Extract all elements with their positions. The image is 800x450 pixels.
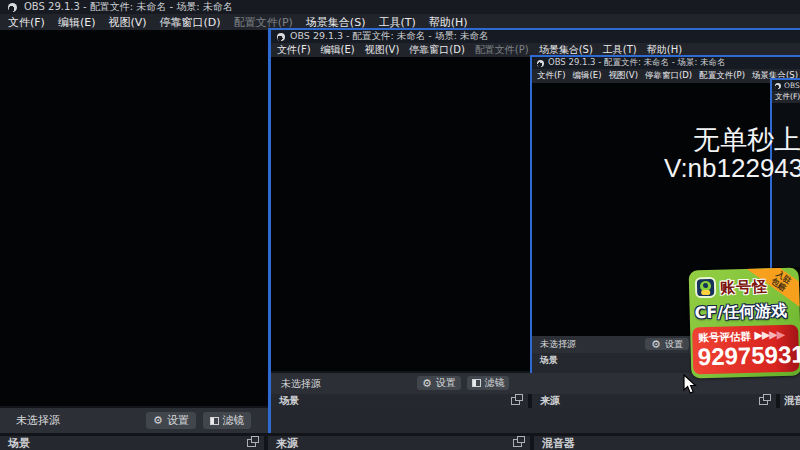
stream-overlay-text-line2: V:nb122943 [664, 153, 800, 184]
source-settings-button: ⚙ 设置 [645, 338, 689, 350]
ad-badge-background: 入驻 包赔 账号怪 CF/任何游戏 账号评估群 ▶▶▶▶ 929759317 [689, 268, 800, 379]
source-settings-button[interactable]: ⚙ 设置 [146, 412, 196, 429]
source-filters-button[interactable]: 滤镜 [203, 412, 251, 429]
nested3-menubar: 文件(F) [772, 91, 800, 103]
dock-gap [528, 394, 532, 408]
gear-icon: ⚙ [422, 378, 432, 389]
source-filters-button: 滤镜 [467, 376, 509, 390]
popout-dock-icon [759, 397, 768, 405]
scenes-dock-header: 场景 [271, 394, 528, 408]
ad-qq-panel: 账号评估群 ▶▶▶▶ 929759317 [692, 325, 799, 375]
popout-dock-icon[interactable] [247, 439, 256, 447]
mixer-dock-header: 混音器 [534, 436, 800, 450]
nested1-dock-body [271, 408, 800, 433]
dock-gap [264, 436, 268, 450]
menu-view[interactable]: 视图(V) [108, 15, 146, 30]
nested3-titlebar: OBS 29.1.3 - 配置文件: 未命名 - 场景: 未命名 [772, 80, 800, 91]
popout-dock-icon [511, 397, 520, 405]
gear-icon: ⚙ [153, 415, 163, 426]
filter-icon [210, 417, 219, 425]
ad-brand-name: 账号怪 [720, 277, 768, 297]
obs-logo-icon [537, 60, 544, 67]
ad-badge: 入驻 包赔 账号怪 CF/任何游戏 账号评估群 ▶▶▶▶ 929759317 [687, 265, 800, 382]
obs-logo-icon [775, 83, 781, 89]
window-title: OBS 29.1.3 - 配置文件: 未命名 - 场景: 未命名 [24, 0, 233, 14]
obs-recursive-screenshot: OBS 29.1.3 - 配置文件: 未命名 - 场景: 未命名 文件(F) 编… [0, 0, 800, 450]
mouse-cursor [683, 374, 698, 395]
arrows-icon: ▶▶▶▶ [754, 328, 784, 342]
menu-edit[interactable]: 编辑(E) [58, 15, 96, 30]
obs-logo-icon [8, 3, 17, 12]
dock-gap [530, 436, 534, 450]
source-settings-button: ⚙ 设置 [417, 376, 461, 390]
no-source-status: 未选择源 [16, 413, 60, 428]
menu-docks[interactable]: 停靠窗口(D) [160, 15, 221, 30]
ad-qq-number: 929759317 [698, 340, 800, 371]
mixer-dock-header: 混音器 [780, 394, 800, 408]
sources-dock-header: 来源 [268, 436, 530, 450]
main-titlebar: OBS 29.1.3 - 配置文件: 未命名 - 场景: 未命名 [0, 0, 800, 14]
gear-icon: ⚙ [651, 339, 661, 350]
dock-gap [776, 394, 780, 408]
nested1-titlebar: OBS 29.1.3 - 配置文件: 未命名 - 场景: 未命名 [271, 30, 800, 43]
menu-file[interactable]: 文件(F) [8, 15, 45, 30]
mascot-icon [695, 277, 717, 299]
obs-logo-icon [277, 33, 285, 41]
nested2-menubar: 文件(F) 编辑(E) 视图(V) 停靠窗口(D) 配置文件(P) 场景集合(S… [532, 69, 800, 83]
ad-headline: CF/任何游戏 [694, 301, 787, 324]
nested2-titlebar: OBS 29.1.3 - 配置文件: 未命名 - 场景: 未命名 [532, 57, 800, 69]
popout-dock-icon[interactable] [513, 439, 522, 447]
filter-icon [472, 379, 481, 387]
sources-dock-header: 来源 [532, 394, 776, 408]
scenes-dock-header: 场景 [0, 436, 264, 450]
